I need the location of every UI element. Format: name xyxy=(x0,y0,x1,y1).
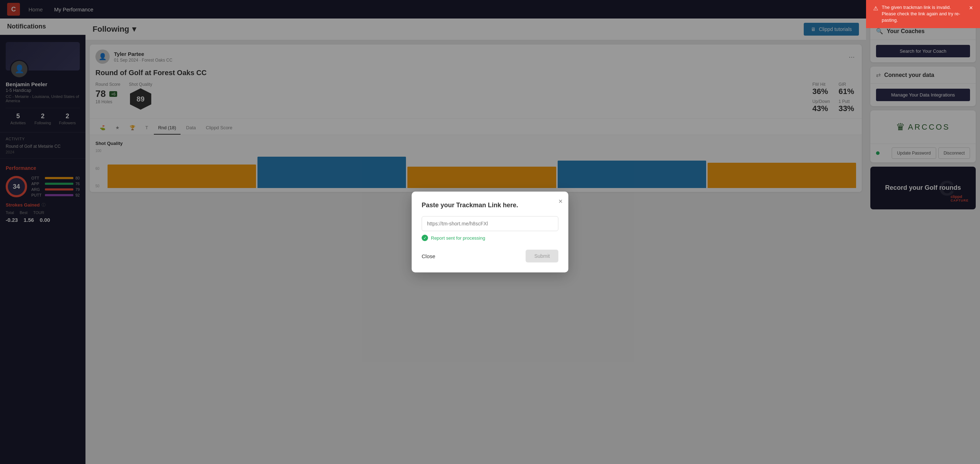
warning-icon: ⚠ xyxy=(873,5,878,13)
toast-message: The given trackman link is invalid. Plea… xyxy=(882,4,966,24)
toast-close-button[interactable]: × xyxy=(969,4,973,12)
modal-title: Paste your Trackman Link here. xyxy=(422,202,558,209)
modal-success-message: ✓ Report sent for processing xyxy=(422,235,558,241)
modal-overlay: Paste your Trackman Link here. × ✓ Repor… xyxy=(0,0,980,464)
trackman-modal: Paste your Trackman Link here. × ✓ Repor… xyxy=(412,192,568,272)
trackman-link-input[interactable] xyxy=(422,216,558,231)
modal-close-button[interactable]: Close xyxy=(422,253,435,259)
modal-footer: Close Submit xyxy=(422,249,558,262)
modal-close-x-button[interactable]: × xyxy=(558,197,563,205)
success-check-icon: ✓ xyxy=(422,235,428,241)
modal-submit-button[interactable]: Submit xyxy=(526,249,558,262)
error-toast: ⚠ The given trackman link is invalid. Pl… xyxy=(866,0,980,28)
